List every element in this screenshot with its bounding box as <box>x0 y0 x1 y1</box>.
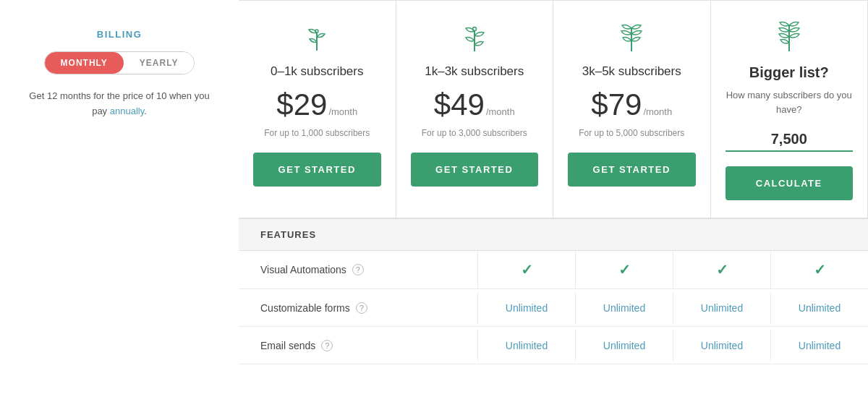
plan-price-period-0-1k: /month <box>328 106 357 117</box>
plan-price-period-3k-5k: /month <box>643 106 672 117</box>
features-header-label: FEATURES <box>239 219 477 250</box>
billing-label: BILLING <box>97 29 142 40</box>
features-header-spacer <box>477 219 868 250</box>
plan-price-period-1k-3k: /month <box>486 106 515 117</box>
bigger-list-subtitle: How many subscribers do you have? <box>726 88 854 116</box>
plans-row: 0–1k subscribers $29 /month For up to 1,… <box>239 0 868 218</box>
plan-price-amount-1k-3k: $49 <box>434 87 485 122</box>
monthly-toggle[interactable]: MONTHLY <box>45 52 124 74</box>
plan-card-1k-3k: 1k–3k subscribers $49 /month For up to 3… <box>396 0 554 218</box>
svg-point-3 <box>472 27 476 31</box>
feature-name-visual-automations: Visual Automations ? <box>239 254 477 286</box>
feature-value-0-1k-email: Unlimited <box>477 330 575 361</box>
plant-icon-large <box>613 18 650 54</box>
unlimited-text: Unlimited <box>506 340 548 351</box>
plan-note-0-1k: For up to 1,000 subscribers <box>264 128 370 138</box>
plan-price-1k-3k: $49 /month <box>434 87 515 122</box>
billing-toggle-group: MONTHLY YEARLY <box>44 51 195 74</box>
feature-row-email-sends: Email sends ? Unlimited Unlimited Unlimi… <box>239 327 868 364</box>
unlimited-text: Unlimited <box>701 302 743 314</box>
plan-name-3k-5k: 3k–5k subscribers <box>582 64 681 79</box>
unlimited-text: Unlimited <box>701 340 743 351</box>
unlimited-text: Unlimited <box>603 340 645 351</box>
feature-value-bigger-email: Unlimited <box>770 330 868 361</box>
plan-price-3k-5k: $79 /month <box>591 87 672 122</box>
subscriber-count-input[interactable] <box>726 128 854 152</box>
bigger-list-title: Bigger list? <box>749 64 829 81</box>
feature-row-visual-automations: Visual Automations ? ✓ ✓ ✓ ✓ <box>239 251 868 289</box>
bigger-list-card: Bigger list? How many subscribers do you… <box>711 0 869 218</box>
feature-value-3k-5k-forms: Unlimited <box>673 292 770 324</box>
features-header-row: FEATURES <box>239 219 868 251</box>
unlimited-text: Unlimited <box>506 302 548 314</box>
help-icon-visual-automations[interactable]: ? <box>352 264 364 275</box>
feature-name-customizable-forms: Customizable forms ? <box>239 292 477 324</box>
pricing-container: BILLING MONTHLY YEARLY Get 12 months for… <box>0 0 868 415</box>
plan-card-3k-5k: 3k–5k subscribers $79 /month For up to 5… <box>553 0 711 218</box>
plan-name-1k-3k: 1k–3k subscribers <box>425 64 524 79</box>
sidebar: BILLING MONTHLY YEARLY Get 12 months for… <box>0 0 239 415</box>
billing-note: Get 12 months for the price of 10 when y… <box>22 89 217 119</box>
feature-name-email-sends: Email sends ? <box>239 330 477 361</box>
unlimited-text: Unlimited <box>603 302 645 314</box>
plan-price-amount-0-1k: $29 <box>276 87 327 122</box>
plant-icon-medium <box>456 18 493 54</box>
feature-value-1k-3k-forms: Unlimited <box>575 292 673 324</box>
unlimited-text: Unlimited <box>799 302 841 314</box>
help-icon-customizable-forms[interactable]: ? <box>356 302 367 314</box>
feature-value-0-1k-visual-automations: ✓ <box>477 251 575 288</box>
feature-value-3k-5k-visual-automations: ✓ <box>673 251 770 288</box>
feature-value-0-1k-forms: Unlimited <box>477 292 575 324</box>
feature-row-customizable-forms: Customizable forms ? Unlimited Unlimited… <box>239 289 868 327</box>
plan-note-1k-3k: For up to 3,000 subscribers <box>422 128 527 138</box>
get-started-button-1k-3k[interactable]: GET STARTED <box>411 153 539 187</box>
help-icon-email-sends[interactable]: ? <box>321 340 333 351</box>
feature-value-1k-3k-email: Unlimited <box>575 330 673 361</box>
calculate-button[interactable]: CALCULATE <box>726 166 854 200</box>
feature-value-bigger-visual-automations: ✓ <box>770 251 868 288</box>
feature-value-bigger-forms: Unlimited <box>770 292 868 324</box>
yearly-toggle[interactable]: YEARLY <box>124 52 195 74</box>
plant-icon-big <box>771 18 807 54</box>
plan-price-amount-3k-5k: $79 <box>591 87 642 122</box>
plan-note-3k-5k: For up to 5,000 subscribers <box>579 128 684 138</box>
plan-name-0-1k: 0–1k subscribers <box>271 64 364 79</box>
check-icon: ✓ <box>618 262 631 278</box>
plant-icon-small <box>299 18 335 54</box>
svg-point-1 <box>315 30 318 33</box>
annually-link[interactable]: annually <box>110 106 144 116</box>
check-icon: ✓ <box>814 262 826 278</box>
plan-card-0-1k: 0–1k subscribers $29 /month For up to 1,… <box>239 0 396 218</box>
unlimited-text: Unlimited <box>799 340 841 351</box>
check-icon: ✓ <box>716 262 728 278</box>
plans-area: 0–1k subscribers $29 /month For up to 1,… <box>239 0 868 415</box>
feature-value-3k-5k-email: Unlimited <box>673 330 770 361</box>
check-icon: ✓ <box>521 262 533 278</box>
feature-value-1k-3k-visual-automations: ✓ <box>575 251 673 288</box>
get-started-button-0-1k[interactable]: GET STARTED <box>253 153 381 187</box>
plan-price-0-1k: $29 /month <box>276 87 357 122</box>
get-started-button-3k-5k[interactable]: GET STARTED <box>568 153 696 187</box>
features-section: FEATURES Visual Automations ? ✓ ✓ ✓ <box>239 218 868 415</box>
